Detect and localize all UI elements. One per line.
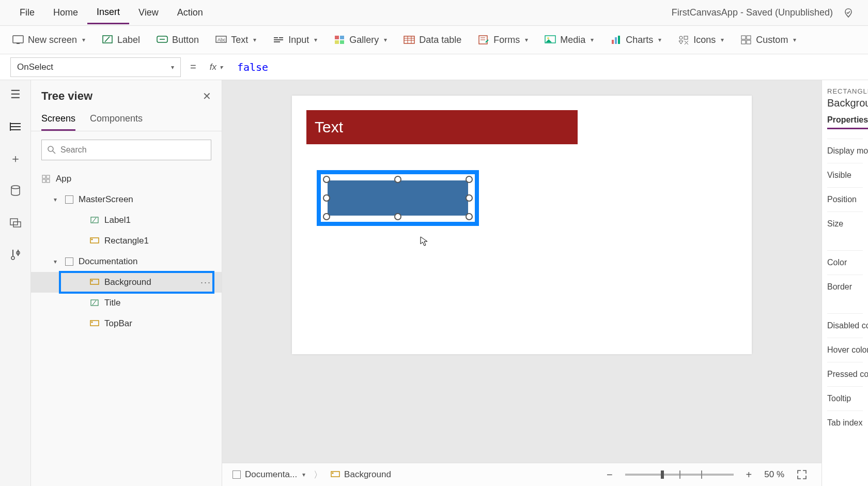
tree-node-app[interactable]: App [31,169,222,189]
chevron-down-icon[interactable]: ▾ [302,471,305,478]
ribbon-custom-label: Custom [756,35,788,45]
prop-position[interactable]: Position [827,187,863,211]
prop-visible[interactable]: Visible [827,163,863,187]
menu-file[interactable]: File [10,2,44,23]
resize-handle[interactable] [394,176,401,183]
chevron-down-icon[interactable]: ▾ [54,258,60,265]
media-panel-icon[interactable] [6,214,25,232]
more-icon[interactable]: ··· [200,277,211,288]
rectangle-icon [331,471,340,478]
formula-input[interactable]: false [233,58,858,77]
hamburger-icon[interactable]: ☰ [6,85,25,104]
tab-screens[interactable]: Screens [41,109,75,131]
app-checker-icon[interactable] [839,4,858,22]
resize-handle[interactable] [466,213,473,220]
prop-disabled-color[interactable]: Disabled co [827,313,863,338]
resize-handle[interactable] [323,194,330,202]
breadcrumb-screen[interactable]: Documenta... ▾ [233,469,305,480]
resize-handle[interactable] [323,176,330,183]
ribbon-button-label: Button [172,35,199,45]
tree-title: Tree view [41,89,92,103]
resize-handle[interactable] [394,213,401,220]
datatable-icon [404,34,415,45]
ribbon-label[interactable]: Label [100,31,142,49]
tree-search[interactable] [41,140,211,160]
zoom-in-button[interactable]: + [742,469,756,481]
control-name-label[interactable]: Backgroun [827,97,863,109]
svg-rect-30 [741,36,746,39]
close-icon[interactable]: ✕ [203,90,211,102]
prop-color[interactable]: Color [827,250,863,275]
prop-display-mode[interactable]: Display mod [827,139,863,163]
ribbon-icons[interactable]: Icons ▾ [676,31,726,49]
fx-button[interactable]: fx ▾ [206,62,227,72]
canvas-selected-rectangle[interactable] [317,170,479,226]
tree-node-topbar[interactable]: TopBar [31,313,222,334]
prop-tab-index[interactable]: Tab index [827,411,863,435]
zoom-slider[interactable] [625,474,734,476]
ribbon-charts[interactable]: Charts ▾ [608,31,663,49]
svg-rect-15 [404,36,414,43]
chevron-down-icon: ▾ [721,36,724,43]
data-icon[interactable] [6,181,25,200]
canvas[interactable]: Text [292,96,752,354]
svg-text:Abc: Abc [218,37,226,42]
prop-hover-color[interactable]: Hover color [827,338,863,362]
zoom-thumb[interactable] [661,470,664,479]
canvas-topbar-control[interactable]: Text [306,110,578,144]
resize-handle[interactable] [466,176,473,183]
svg-rect-32 [741,40,746,44]
ribbon-new-screen[interactable]: New screen ▾ [10,31,87,49]
rectangle-icon [90,319,99,328]
tab-properties[interactable]: Properties [827,115,868,129]
tree-search-input[interactable] [60,145,206,155]
canvas-topbar-text: Text [315,118,343,136]
svg-rect-42 [47,175,50,178]
menu-insert[interactable]: Insert [87,2,129,24]
svg-point-37 [11,256,14,260]
tree-node-documentation[interactable]: ▾ Documentation [31,251,222,272]
menu-action[interactable]: Action [168,2,212,23]
ribbon-text[interactable]: Abc Text ▾ [213,31,258,49]
ribbon-gallery[interactable]: Gallery ▾ [332,31,389,49]
property-selector[interactable]: OnSelect ▾ [10,57,181,77]
tree-nodes: App ▾ MasterScreen Label1 Rectangle1 ▾ D… [31,166,222,486]
ribbon-media[interactable]: Media ▾ [542,31,596,49]
ribbon-button[interactable]: Button [154,31,201,49]
ribbon-forms[interactable]: Forms ▾ [476,31,530,49]
zoom-out-button[interactable]: − [602,469,617,481]
tree-node-label1[interactable]: Label1 [31,210,222,231]
resize-handle[interactable] [466,194,473,202]
tree-node-app-label: App [56,174,71,184]
chevron-down-icon[interactable]: ▾ [54,196,60,203]
gallery-icon [334,34,345,45]
tree-node-background-label: Background [104,277,151,287]
tree-node-background[interactable]: Background ··· [31,272,222,293]
breadcrumb-separator: 〉 [314,469,322,481]
screen-thumb-icon [65,195,73,204]
chevron-down-icon: ▾ [658,36,661,43]
tree-node-title[interactable]: Title [31,293,222,313]
tab-components[interactable]: Components [90,109,143,131]
tree-node-masterscreen[interactable]: ▾ MasterScreen [31,189,222,210]
prop-size[interactable]: Size [827,211,863,236]
tools-icon[interactable] [6,246,25,264]
breadcrumb-control[interactable]: Background [331,469,391,480]
tree-view-icon[interactable] [6,117,25,136]
add-icon[interactable]: ＋ [6,149,25,168]
ribbon-input[interactable]: Input ▾ [271,31,319,49]
ribbon-custom[interactable]: Custom ▾ [738,31,798,49]
ribbon-icons-label: Icons [693,35,716,45]
prop-pressed-color[interactable]: Pressed col [827,362,863,386]
charts-icon [610,34,622,45]
menu-home[interactable]: Home [44,2,87,23]
resize-handle[interactable] [323,213,330,220]
tree-node-rectangle1[interactable]: Rectangle1 [31,231,222,251]
prop-tooltip[interactable]: Tooltip [827,386,863,411]
ribbon-datatable[interactable]: Data table [401,31,463,49]
fullscreen-icon[interactable] [793,469,811,480]
prop-border[interactable]: Border [827,275,863,299]
ribbon-gallery-label: Gallery [349,35,379,45]
tree-node-title-label: Title [104,298,121,308]
menu-view[interactable]: View [129,2,168,23]
